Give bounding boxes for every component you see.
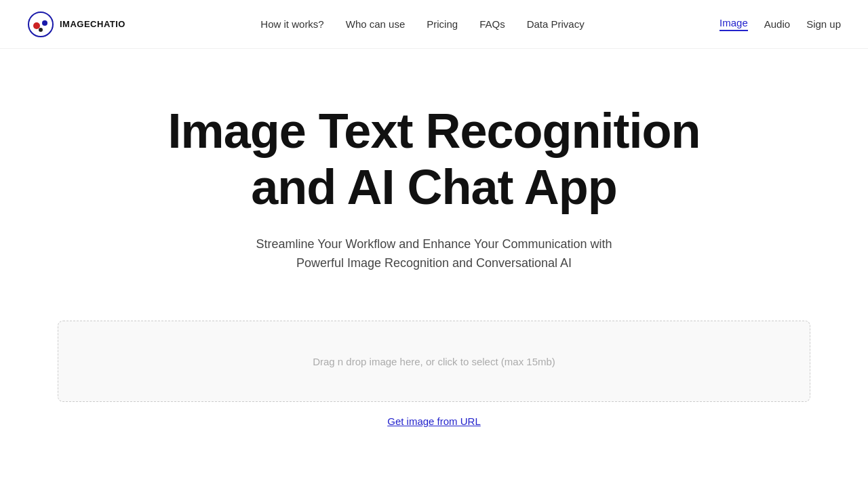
dropzone-placeholder: Drag n drop image here, or click to sele… — [313, 356, 555, 367]
hero-subtitle-line2: Powerful Image Recognition and Conversat… — [296, 256, 572, 270]
nav-item-data-privacy[interactable]: Data Privacy — [527, 18, 585, 30]
nav-item-faqs[interactable]: FAQs — [479, 18, 505, 30]
svg-point-3 — [39, 28, 43, 32]
nav-image-tab[interactable]: Image — [719, 17, 748, 31]
svg-point-1 — [33, 22, 40, 29]
dropzone[interactable]: Drag n drop image here, or click to sele… — [58, 321, 810, 402]
main-nav: How it works? Who can use Pricing FAQs D… — [260, 18, 584, 30]
nav-audio-tab[interactable]: Audio — [764, 18, 790, 30]
hero-title: Image Text Recognition and AI Chat App — [129, 103, 739, 216]
site-header: IMAGECHATIO How it works? Who can use Pr… — [0, 0, 868, 49]
right-nav: Image Audio Sign up — [719, 17, 841, 31]
logo-text: IMAGECHATIO — [60, 19, 125, 29]
get-image-url-link[interactable]: Get image from URL — [387, 415, 481, 427]
svg-point-2 — [42, 20, 47, 26]
nav-item-how-it-works[interactable]: How it works? — [260, 18, 323, 30]
logo-icon — [27, 11, 54, 38]
logo[interactable]: IMAGECHATIO — [27, 11, 125, 38]
nav-item-pricing[interactable]: Pricing — [427, 18, 458, 30]
upload-section: Drag n drop image here, or click to sele… — [0, 300, 868, 454]
hero-subtitle-line1: Streamline Your Workflow and Enhance You… — [256, 237, 612, 251]
hero-subtitle: Streamline Your Workflow and Enhance You… — [256, 235, 612, 274]
svg-point-0 — [28, 12, 53, 37]
hero-section: Image Text Recognition and AI Chat App S… — [0, 49, 868, 300]
nav-item-who-can-use[interactable]: Who can use — [346, 18, 406, 30]
nav-signup-link[interactable]: Sign up — [806, 18, 841, 30]
